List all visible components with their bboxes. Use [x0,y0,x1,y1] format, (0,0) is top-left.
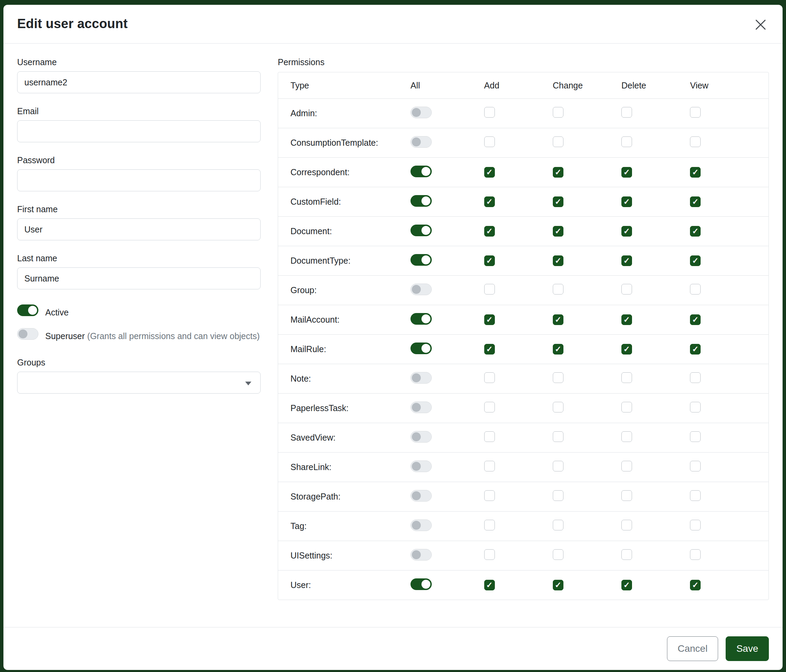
permission-add-checkbox[interactable] [484,284,495,295]
permission-change-checkbox[interactable] [553,284,563,295]
save-button[interactable]: Save [726,636,769,661]
permission-change-checkbox[interactable] [553,490,563,501]
permission-view-checkbox[interactable] [690,549,701,560]
permission-view-checkbox[interactable]: ✓ [690,196,701,207]
permission-delete-checkbox[interactable] [621,461,632,471]
permission-add-checkbox[interactable]: ✓ [484,167,495,177]
permission-add-checkbox[interactable] [484,402,495,413]
permission-add-checkbox[interactable] [484,490,495,501]
permission-change-checkbox[interactable]: ✓ [553,167,563,177]
permission-delete-checkbox[interactable]: ✓ [621,167,632,177]
permissions-section: Permissions TypeAllAddChangeDeleteView A… [278,57,769,627]
permission-add-checkbox[interactable] [484,431,495,442]
permission-all-toggle[interactable] [410,520,432,531]
permission-all-toggle[interactable] [410,372,432,384]
first-name-input[interactable] [17,218,261,240]
permission-change-checkbox[interactable] [553,107,563,118]
permission-change-checkbox[interactable] [553,372,563,383]
permission-all-toggle[interactable] [410,342,432,354]
permission-all-toggle[interactable] [410,313,432,325]
permission-add-checkbox[interactable] [484,107,495,118]
permission-change-checkbox[interactable]: ✓ [553,226,563,237]
permission-view-checkbox[interactable]: ✓ [690,580,701,590]
permission-view-checkbox[interactable] [690,431,701,442]
check-icon: ✓ [555,257,561,265]
permission-view-checkbox[interactable]: ✓ [690,314,701,325]
permission-change-checkbox[interactable] [553,520,563,531]
last-name-input[interactable] [17,267,261,289]
username-input[interactable] [17,71,261,93]
permission-all-toggle[interactable] [410,431,432,443]
permission-view-checkbox[interactable] [690,372,701,383]
permission-change-checkbox[interactable] [553,431,563,442]
active-toggle[interactable] [17,305,38,316]
permission-delete-checkbox[interactable]: ✓ [621,314,632,325]
permission-add-checkbox[interactable]: ✓ [484,226,495,237]
permission-add-checkbox[interactable] [484,137,495,147]
cancel-button[interactable]: Cancel [667,636,718,661]
permission-delete-checkbox[interactable] [621,284,632,295]
email-input[interactable] [17,120,261,142]
permission-change-checkbox[interactable]: ✓ [553,580,563,590]
permission-change-checkbox[interactable] [553,402,563,413]
permission-delete-checkbox[interactable]: ✓ [621,226,632,237]
groups-select[interactable] [17,372,261,394]
permission-view-checkbox[interactable] [690,137,701,147]
permission-all-toggle[interactable] [410,460,432,472]
superuser-toggle[interactable] [17,328,38,340]
permission-delete-checkbox[interactable] [621,372,632,383]
permission-all-toggle[interactable] [410,578,432,590]
permission-view-checkbox[interactable] [690,520,701,531]
permission-change-checkbox[interactable] [553,461,563,471]
permission-all-toggle[interactable] [410,490,432,502]
permission-all-toggle[interactable] [410,166,432,177]
permission-view-checkbox[interactable]: ✓ [690,256,701,266]
permission-change-checkbox[interactable]: ✓ [553,314,563,325]
permission-all-toggle[interactable] [410,195,432,207]
permission-view-checkbox[interactable] [690,107,701,118]
permission-delete-checkbox[interactable]: ✓ [621,344,632,355]
permission-change-checkbox[interactable] [553,137,563,147]
close-button[interactable] [752,16,769,33]
permission-add-checkbox[interactable] [484,461,495,471]
permission-change-checkbox[interactable] [553,549,563,560]
permission-add-checkbox[interactable]: ✓ [484,580,495,590]
permission-view-checkbox[interactable]: ✓ [690,344,701,355]
permission-delete-checkbox[interactable] [621,490,632,501]
permission-all-toggle[interactable] [410,254,432,266]
permission-add-checkbox[interactable] [484,549,495,560]
permission-view-checkbox[interactable] [690,490,701,501]
permission-add-checkbox[interactable]: ✓ [484,256,495,266]
permission-delete-checkbox[interactable] [621,402,632,413]
permission-all-toggle[interactable] [410,284,432,295]
permission-delete-checkbox[interactable] [621,549,632,560]
permission-add-checkbox[interactable]: ✓ [484,196,495,207]
permissions-title: Permissions [278,57,769,67]
permission-delete-checkbox[interactable]: ✓ [621,580,632,590]
permission-all-toggle[interactable] [410,225,432,236]
permission-view-checkbox[interactable]: ✓ [690,167,701,177]
permission-add-checkbox[interactable]: ✓ [484,344,495,355]
permission-add-checkbox[interactable]: ✓ [484,314,495,325]
first-name-field: First name [17,204,261,240]
permission-all-toggle[interactable] [410,107,432,118]
permission-delete-checkbox[interactable]: ✓ [621,256,632,266]
permission-change-checkbox[interactable]: ✓ [553,256,563,266]
permission-view-checkbox[interactable] [690,461,701,471]
permission-view-checkbox[interactable] [690,402,701,413]
permission-view-checkbox[interactable]: ✓ [690,226,701,237]
permission-delete-checkbox[interactable] [621,107,632,118]
permission-all-toggle[interactable] [410,549,432,561]
permission-view-checkbox[interactable] [690,284,701,295]
permission-all-toggle[interactable] [410,402,432,413]
permission-delete-checkbox[interactable] [621,137,632,147]
permission-change-checkbox[interactable]: ✓ [553,196,563,207]
permission-add-checkbox[interactable] [484,372,495,383]
permission-delete-checkbox[interactable]: ✓ [621,196,632,207]
permission-add-checkbox[interactable] [484,520,495,531]
permission-all-toggle[interactable] [410,136,432,148]
permission-delete-checkbox[interactable] [621,520,632,531]
password-input[interactable] [17,170,261,191]
permission-delete-checkbox[interactable] [621,431,632,442]
permission-change-checkbox[interactable]: ✓ [553,344,563,355]
